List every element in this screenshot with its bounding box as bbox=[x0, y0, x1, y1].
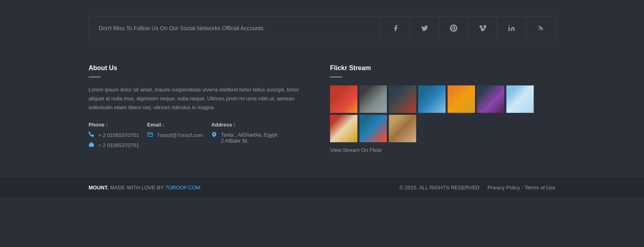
flickr-thumb-4[interactable] bbox=[418, 85, 446, 113]
phone-label: Phone : bbox=[89, 122, 139, 128]
email-column: Email : 7oroof@7oroof.com bbox=[147, 122, 203, 152]
flickr-thumb-9[interactable] bbox=[359, 115, 387, 142]
location-icon bbox=[211, 132, 218, 139]
flickr-thumb-3[interactable] bbox=[389, 85, 416, 113]
about-us-description: Lorem ipsum dolor sit amet, mauris suspe… bbox=[89, 85, 314, 112]
email-value: 7oroof@7oroof.com bbox=[157, 132, 203, 138]
about-us-section: About Us Lorem ipsum dolor sit amet, mau… bbox=[89, 64, 314, 153]
svg-point-1 bbox=[538, 30, 539, 31]
pinterest-social-button[interactable] bbox=[439, 17, 468, 40]
phone-2-value: + 2 01065370701 bbox=[98, 142, 139, 148]
social-banner-text: Don't Miss To Follow Us On Our Social Ne… bbox=[89, 17, 381, 40]
footer-bottom-inner: MOUNT. MADE WITH LOVE BY 7OROOF.COM © 20… bbox=[0, 185, 644, 191]
email-label: Email : bbox=[147, 122, 203, 128]
linkedin-social-button[interactable] bbox=[497, 17, 526, 40]
view-stream-link[interactable]: View Stream On Flickr bbox=[330, 147, 382, 153]
brand-link[interactable]: 7OROOF.COM bbox=[165, 185, 200, 191]
flickr-divider bbox=[330, 77, 342, 77]
facebook-social-button[interactable] bbox=[381, 17, 410, 40]
contact-grid: Phone : + 2 01065370701 bbox=[89, 122, 314, 152]
flickr-thumb-2[interactable] bbox=[359, 85, 387, 113]
svg-point-0 bbox=[508, 25, 510, 27]
fax-icon bbox=[89, 142, 95, 149]
flickr-thumb-8[interactable] bbox=[330, 115, 357, 142]
about-us-title: About Us bbox=[89, 64, 314, 72]
flickr-title: Flickr Stream bbox=[330, 64, 555, 72]
svg-point-4 bbox=[213, 133, 215, 135]
footer-content: About Us Lorem ipsum dolor sit amet, mau… bbox=[89, 56, 555, 169]
address-text: Tanta , AlGharbia, Egypt 2 AlBahr St. bbox=[221, 132, 277, 144]
social-banner: Don't Miss To Follow Us On Our Social Ne… bbox=[89, 16, 555, 40]
vimeo-social-button[interactable] bbox=[468, 17, 497, 40]
phone-column: Phone : + 2 01065370701 bbox=[89, 122, 139, 152]
email-item: 7oroof@7oroof.com bbox=[147, 132, 203, 139]
address-line1: Tanta , AlGharbia, Egypt bbox=[221, 132, 277, 138]
flickr-thumb-5[interactable] bbox=[448, 85, 475, 113]
address-item: Tanta , AlGharbia, Egypt 2 AlBahr St. bbox=[211, 132, 277, 144]
svg-rect-2 bbox=[89, 143, 94, 147]
flickr-grid bbox=[330, 85, 555, 142]
address-label: Address : bbox=[211, 122, 277, 128]
twitter-social-button[interactable] bbox=[410, 17, 439, 40]
address-line2: 2 AlBahr St. bbox=[221, 138, 277, 144]
flickr-thumb-1[interactable] bbox=[330, 85, 357, 113]
flickr-thumb-10[interactable] bbox=[389, 115, 416, 142]
footer-bottom: MOUNT. MADE WITH LOVE BY 7OROOF.COM © 20… bbox=[0, 177, 644, 198]
address-column: Address : Tanta , AlGharbia, Egypt 2 AlB… bbox=[211, 122, 277, 152]
email-icon bbox=[147, 132, 154, 139]
about-us-divider bbox=[89, 77, 101, 77]
footer-right: © 2015. ALL RIGHTS RESERVED Privacy Poli… bbox=[399, 185, 555, 191]
flickr-section: Flickr Stream View Stream On Flickr bbox=[330, 64, 555, 153]
phone-icon bbox=[89, 132, 95, 139]
brand-suffix: MADE WITH LOVE BY bbox=[109, 185, 165, 191]
brand-name: MOUNT. bbox=[89, 185, 109, 191]
copyright-text: © 2015. ALL RIGHTS RESERVED bbox=[399, 185, 479, 191]
phone-2-item: + 2 01065370701 bbox=[89, 142, 139, 149]
privacy-policy-link[interactable]: Privacy Policy - Terms of Use bbox=[487, 185, 555, 191]
flickr-thumb-6[interactable] bbox=[477, 85, 504, 113]
phone-1-item: + 2 01065370701 bbox=[89, 132, 139, 139]
footer-brand: MOUNT. MADE WITH LOVE BY 7OROOF.COM bbox=[89, 185, 200, 191]
rss-social-button[interactable] bbox=[526, 17, 555, 40]
flickr-thumb-7[interactable] bbox=[506, 85, 534, 113]
phone-1-value: + 2 01065370701 bbox=[98, 132, 139, 138]
